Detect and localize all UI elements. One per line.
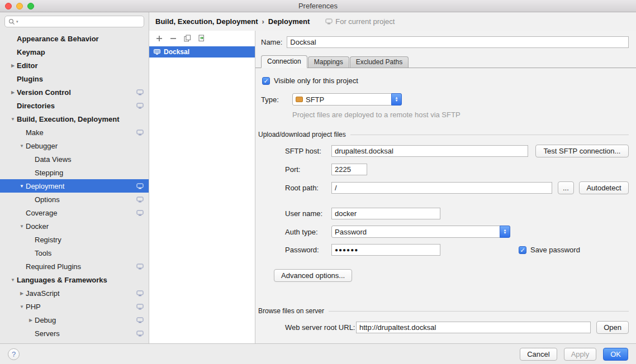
sidebar-item-servers[interactable]: Servers xyxy=(0,327,149,340)
save-password-checkbox[interactable] xyxy=(519,246,526,254)
chevron-down-icon[interactable]: ▼ xyxy=(18,143,26,149)
breadcrumb-section[interactable]: Build, Execution, Deployment xyxy=(155,17,258,26)
chevron-right-icon[interactable]: ▶ xyxy=(27,318,35,323)
sidebar-item-appearance-behavior[interactable]: Appearance & Behavior xyxy=(0,32,149,45)
tab-mappings[interactable]: Mappings xyxy=(308,56,349,68)
per-project-icon xyxy=(136,317,144,323)
port-input[interactable] xyxy=(331,164,367,175)
sidebar-item-coverage[interactable]: Coverage xyxy=(0,206,149,219)
sidebar-item-registry[interactable]: Registry xyxy=(0,233,149,246)
sidebar-item-editor[interactable]: ▶Editor xyxy=(0,59,149,72)
sidebar-item-languages-frameworks[interactable]: ▼Languages & Frameworks xyxy=(0,273,149,286)
help-button[interactable]: ? xyxy=(8,348,20,360)
copy-icon xyxy=(184,35,191,42)
web-root-label: Web server root URL: xyxy=(285,323,356,332)
password-label: Password: xyxy=(285,246,331,254)
open-url-button[interactable]: Open xyxy=(596,321,629,334)
copy-server-button[interactable] xyxy=(183,35,191,42)
autodetect-button[interactable]: Autodetect xyxy=(579,181,629,194)
sidebar-item-debugger[interactable]: ▼Debugger xyxy=(0,139,149,152)
tab-connection[interactable]: Connection xyxy=(261,55,307,68)
search-history-caret-icon[interactable]: ▾ xyxy=(16,20,18,24)
remove-server-button[interactable] xyxy=(169,35,177,42)
chevron-down-icon[interactable]: ▼ xyxy=(9,277,17,282)
sidebar-item-build-execution-deployment[interactable]: ▼Build, Execution, Deployment xyxy=(0,112,149,126)
cancel-button[interactable]: Cancel xyxy=(520,348,557,361)
sidebar-item-label: Docker xyxy=(26,222,49,231)
chevron-right-icon[interactable]: ▶ xyxy=(9,90,17,95)
sftp-icon xyxy=(296,97,303,102)
per-project-icon xyxy=(136,103,144,109)
sidebar-item-plugins[interactable]: Plugins xyxy=(0,72,149,85)
web-root-input[interactable] xyxy=(356,322,591,333)
chevron-right-icon[interactable]: ▶ xyxy=(9,63,17,68)
traffic-lights xyxy=(5,3,34,9)
sidebar-item-debug[interactable]: ▶Debug xyxy=(0,313,149,327)
sidebar-item-label: Debugger xyxy=(26,142,58,150)
sidebar-item-options[interactable]: Options xyxy=(0,193,149,206)
sidebar-item-label: Editor xyxy=(17,61,38,70)
type-select[interactable]: SFTP ▲▼ xyxy=(292,93,402,106)
test-connection-button[interactable]: Test SFTP connection... xyxy=(535,145,629,157)
window-title: Preferences xyxy=(0,2,636,10)
advanced-options-button[interactable]: Advanced options... xyxy=(274,269,352,282)
combo-stepper-icon[interactable]: ▲▼ xyxy=(500,226,510,238)
password-input[interactable] xyxy=(331,244,440,256)
sidebar-item-label: Servers xyxy=(35,329,60,338)
sidebar-item-label: Debug xyxy=(35,316,56,324)
name-input[interactable] xyxy=(287,36,629,48)
sidebar-item-php[interactable]: ▼PHP xyxy=(0,300,149,313)
search-input[interactable] xyxy=(20,18,140,26)
combo-stepper-icon[interactable]: ▲▼ xyxy=(391,93,402,106)
visible-only-checkbox[interactable] xyxy=(262,77,270,85)
sidebar-item-make[interactable]: Make xyxy=(0,126,149,139)
sidebar-item-data-views[interactable]: Data Views xyxy=(0,152,149,166)
plus-icon xyxy=(156,35,163,42)
sidebar-item-docker[interactable]: ▼Docker xyxy=(0,219,149,233)
import-config-button[interactable] xyxy=(197,35,205,42)
chevron-right-icon[interactable]: ▶ xyxy=(18,291,26,296)
close-button[interactable] xyxy=(5,3,12,9)
server-toolbar xyxy=(149,31,255,46)
root-path-input[interactable] xyxy=(331,182,552,194)
user-name-label: User name: xyxy=(285,209,331,218)
section-divider xyxy=(350,135,629,135)
settings-search-box[interactable]: ▾ xyxy=(4,16,144,27)
save-password-label: Save password xyxy=(530,246,580,254)
chevron-down-icon[interactable]: ▼ xyxy=(9,117,17,122)
per-project-icon xyxy=(136,89,144,95)
ok-button[interactable]: OK xyxy=(603,348,628,361)
import-icon xyxy=(198,35,205,42)
sidebar-item-version-control[interactable]: ▶Version Control xyxy=(0,85,149,99)
sidebar-item-label: Required Plugins xyxy=(26,262,81,271)
sidebar-item-keymap[interactable]: Keymap xyxy=(0,45,149,59)
auth-type-select[interactable]: Password ▲▼ xyxy=(331,226,510,238)
sidebar-item-javascript[interactable]: ▶JavaScript xyxy=(0,286,149,300)
user-name-input[interactable] xyxy=(331,208,440,219)
sidebar-item-directories[interactable]: Directories xyxy=(0,99,149,112)
sidebar-item-label: Registry xyxy=(35,236,61,244)
add-server-button[interactable] xyxy=(155,35,163,42)
sftp-host-input[interactable] xyxy=(331,145,528,157)
apply-button[interactable]: Apply xyxy=(564,348,597,361)
server-row-docksal[interactable]: Docksal xyxy=(149,46,255,58)
chevron-down-icon[interactable]: ▼ xyxy=(18,224,26,229)
sidebar-item-label: Plugins xyxy=(17,75,43,83)
zoom-button[interactable] xyxy=(27,3,34,9)
minimize-button[interactable] xyxy=(16,3,23,9)
sidebar-item-tools[interactable]: Tools xyxy=(0,246,149,260)
browse-root-button[interactable]: ... xyxy=(558,181,574,194)
type-hint: Project files are deployed to a remote h… xyxy=(292,111,636,119)
chevron-down-icon[interactable]: ▼ xyxy=(18,304,26,309)
tab-excluded-paths[interactable]: Excluded Paths xyxy=(350,56,409,68)
sidebar-item-stepping[interactable]: Stepping xyxy=(0,166,149,179)
server-list: Docksal xyxy=(149,46,255,343)
preferences-window: Preferences ▾ Appearance & BehaviorKeyma… xyxy=(0,0,636,364)
chevron-down-icon[interactable]: ▼ xyxy=(18,184,26,189)
root-path-label: Root path: xyxy=(285,184,331,192)
sftp-host-label: SFTP host: xyxy=(285,147,331,155)
sidebar-item-deployment[interactable]: ▼Deployment xyxy=(0,179,149,193)
settings-tree: Appearance & BehaviorKeymap▶EditorPlugin… xyxy=(0,30,149,343)
sidebar-item-required-plugins[interactable]: Required Plugins xyxy=(0,260,149,273)
per-project-icon xyxy=(136,183,144,189)
